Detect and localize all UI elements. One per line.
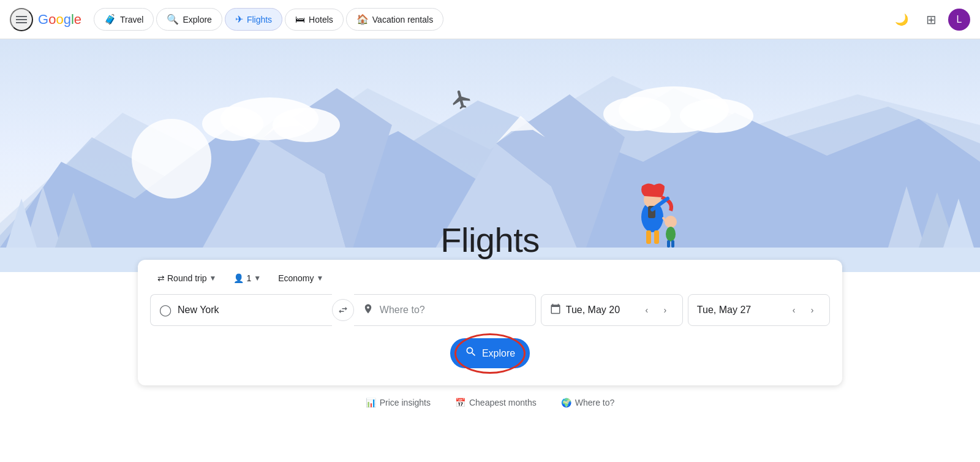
vacation-icon: 🏠 [356,13,369,25]
hint-cheapest-months[interactable]: 📅 Cheapest months [455,398,537,407]
return-date-field[interactable]: Tue, May 27 ‹ › [688,294,830,326]
hint-price-insights[interactable]: 📊 Price insights [366,398,431,407]
hint-price-label: Price insights [380,398,431,407]
svg-rect-27 [646,230,651,244]
depart-date-nav: ‹ › [638,301,674,319]
tab-travel-label: Travel [120,15,143,25]
inputs-row: ◯ [150,294,830,326]
calendar-icon-depart [550,303,561,317]
bottom-hints: 📊 Price insights 📅 Cheapest months 🌍 Whe… [0,385,980,412]
google-logo[interactable]: Google [38,12,81,28]
origin-dot-icon: ◯ [159,303,172,317]
trip-type-chevron: ▼ [209,274,217,282]
return-date-nav: ‹ › [785,301,821,319]
depart-date-field[interactable]: Tue, May 20 ‹ › [541,294,683,326]
person-icon: 👤 [233,273,244,283]
hamburger-menu[interactable] [10,8,33,31]
svg-point-10 [202,107,263,141]
price-chart-icon: 📊 [366,398,376,407]
tab-flights[interactable]: ✈ Flights [225,8,282,31]
tab-hotels[interactable]: 🛏 Hotels [285,9,344,31]
class-label: Economy [278,273,314,283]
tab-vacation-rentals[interactable]: 🏠 Vacation rentals [346,8,443,31]
depart-date-next[interactable]: › [657,301,674,319]
filter-row: ⇄ Round trip ▼ 👤 1 ▼ Economy ▼ [150,270,830,287]
trip-type-label: Round trip [167,273,207,283]
explore-icon: 🔍 [167,13,179,25]
suitcase-icon: 🧳 [104,13,116,25]
grid-icon: ⊞ [926,12,937,27]
origin-dest-wrapper: ◯ [150,294,536,326]
origin-input[interactable] [178,305,323,316]
calendar-cheap-icon: 📅 [455,398,466,407]
dark-mode-button[interactable]: 🌙 [889,7,914,32]
trip-type-selector[interactable]: ⇄ Round trip ▼ [150,270,224,287]
swap-arrows-icon: ⇄ [157,273,165,283]
header: Google 🧳 Travel 🔍 Explore ✈ Flights 🛏 Ho… [0,0,980,39]
globe-icon: 🌍 [561,398,571,407]
svg-point-30 [666,227,676,241]
tab-vacation-label: Vacation rentals [372,15,433,25]
search-icon [465,346,477,361]
header-left: Google 🧳 Travel 🔍 Explore ✈ Flights 🛏 Ho… [10,8,443,31]
dest-pin-icon [363,303,374,317]
origin-field[interactable]: ◯ [150,294,332,326]
destination-field[interactable] [354,294,536,326]
svg-point-14 [680,99,753,133]
dates-wrapper: Tue, May 20 ‹ › Tue, May 27 ‹ › [541,294,830,326]
hero-section: Flights [0,39,980,272]
svg-rect-31 [667,240,670,248]
tab-travel[interactable]: 🧳 Travel [94,8,154,31]
swap-button[interactable] [332,299,354,321]
apps-button[interactable]: ⊞ [919,7,943,32]
svg-rect-32 [671,240,674,248]
svg-rect-28 [654,230,659,244]
return-date-next[interactable]: › [804,301,821,319]
hint-where-to[interactable]: 🌍 Where to? [561,398,615,407]
header-right: 🌙 ⊞ L [889,7,970,32]
moon-icon: 🌙 [895,13,908,26]
explore-button[interactable]: Explore [450,338,530,368]
search-panel: ⇄ Round trip ▼ 👤 1 ▼ Economy ▼ ◯ [138,260,842,385]
tab-hotels-label: Hotels [309,15,333,25]
depart-date-text: Tue, May 20 [566,305,633,316]
passengers-chevron: ▼ [254,274,261,282]
flights-icon: ✈ [235,13,243,25]
hint-months-label: Cheapest months [469,398,537,407]
svg-point-15 [132,119,211,199]
depart-date-prev[interactable]: ‹ [638,301,655,319]
class-chevron: ▼ [317,274,324,282]
passengers-label: 1 [246,273,251,283]
search-panel-wrapper: ⇄ Round trip ▼ 👤 1 ▼ Economy ▼ ◯ [0,260,980,385]
explore-btn-wrapper: Explore [150,338,830,368]
tab-explore-label: Explore [183,15,211,25]
avatar[interactable]: L [948,9,970,31]
destination-input[interactable] [380,305,527,316]
return-date-prev[interactable]: ‹ [785,301,802,319]
page-title: Flights [440,220,539,260]
tab-flights-label: Flights [247,15,272,25]
return-date-text: Tue, May 27 [697,305,780,316]
explore-btn-label: Explore [482,348,515,359]
class-selector[interactable]: Economy ▼ [271,270,331,287]
svg-point-13 [603,97,671,131]
svg-point-11 [273,108,340,142]
nav-tabs: 🧳 Travel 🔍 Explore ✈ Flights 🛏 Hotels 🏠 … [94,8,443,31]
tab-explore[interactable]: 🔍 Explore [156,8,222,31]
passengers-selector[interactable]: 👤 1 ▼ [226,270,268,287]
hotels-icon: 🛏 [295,14,305,25]
hint-where-label: Where to? [575,398,615,407]
